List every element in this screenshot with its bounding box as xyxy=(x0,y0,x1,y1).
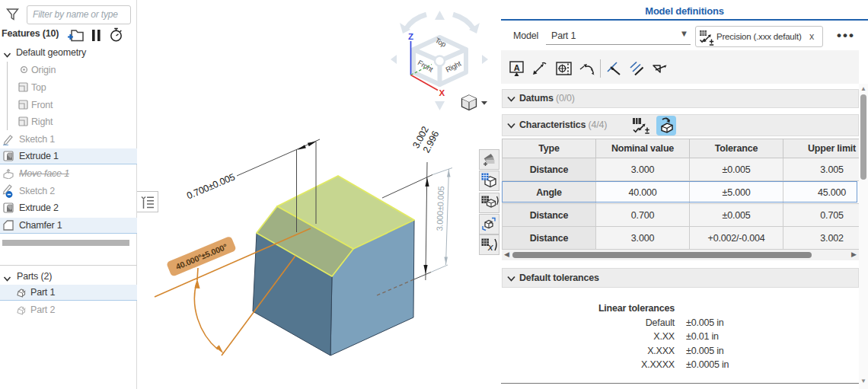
svg-text:0.700±0.005: 0.700±0.005 xyxy=(185,171,237,201)
svg-text:Z: Z xyxy=(408,32,413,41)
svg-text:A: A xyxy=(514,63,520,72)
svg-text:X: X xyxy=(439,88,445,97)
svg-text:x: x xyxy=(487,241,493,253)
svg-text:3.000±0.005: 3.000±0.005 xyxy=(435,186,445,231)
